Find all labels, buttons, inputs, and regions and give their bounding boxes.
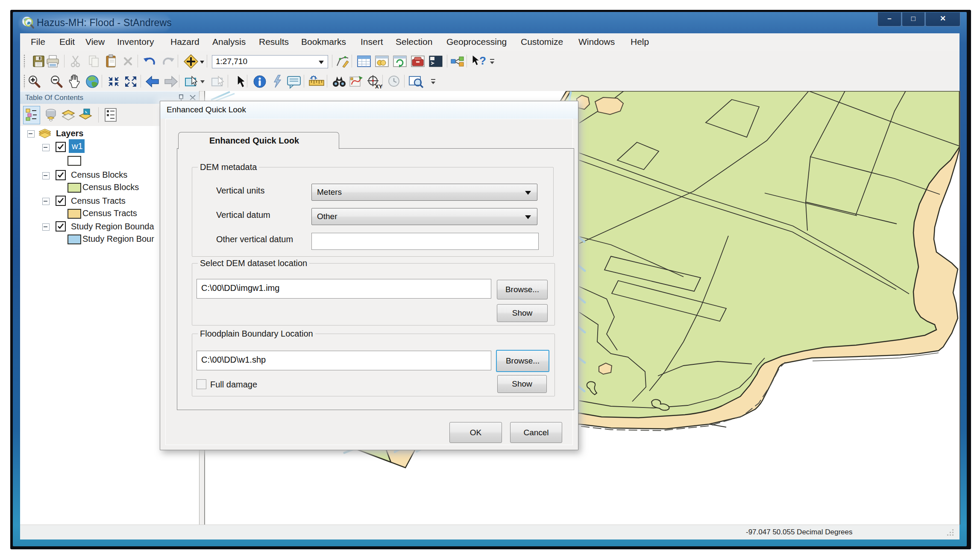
svg-text:?: ? bbox=[479, 54, 486, 67]
svg-text:XY: XY bbox=[375, 83, 383, 89]
